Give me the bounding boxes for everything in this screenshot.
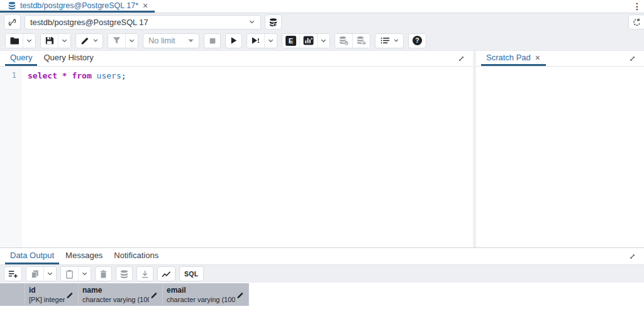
column-type: [PK] integer: [29, 295, 65, 304]
tab-scratch-pad-label: Scratch Pad: [486, 53, 531, 62]
scratch-pad-panel: Scratch Pad ×: [476, 51, 644, 247]
tab-query[interactable]: Query: [5, 51, 37, 66]
grid-empty-area: [0, 306, 644, 335]
expand-query-panel-button[interactable]: [454, 51, 468, 66]
explain-menu-button[interactable]: [317, 34, 330, 48]
copy-menu-button[interactable]: [43, 267, 56, 281]
query-toolbar: No limit E: [0, 31, 644, 51]
sql-editor[interactable]: 1 select * from users;: [0, 67, 473, 247]
edit-menu-button[interactable]: [75, 33, 103, 48]
tab-notifications[interactable]: Notifications: [109, 248, 164, 264]
save-button[interactable]: [41, 34, 58, 48]
code-token: [92, 71, 97, 80]
copy-group: [26, 266, 57, 281]
help-icon: ?: [412, 35, 423, 46]
explain-group: E: [282, 33, 330, 48]
show-sql-button[interactable]: SQL: [179, 266, 204, 281]
expand-icon: [628, 252, 636, 261]
rollback-database-icon: [356, 36, 367, 46]
connection-status-button[interactable]: [4, 14, 21, 30]
code-token: users: [97, 71, 121, 80]
execute-query-button[interactable]: [247, 34, 264, 48]
chevron-down-icon: [81, 271, 88, 276]
tab-messages-label: Messages: [65, 251, 103, 260]
results-grid-header: id [PK] integer name character varying (…: [0, 283, 644, 306]
column-header[interactable]: email character varying (100): [163, 283, 249, 306]
rollback-button[interactable]: [352, 34, 370, 48]
explain-badge: E: [286, 36, 296, 46]
results-panel: Data Output Messages Notifications: [0, 247, 644, 335]
column-header-text: name character varying (100): [82, 286, 149, 304]
connection-dropdown[interactable]: testdb/postgres@PostgreSQL 17: [25, 15, 261, 30]
tab-notifications-label: Notifications: [114, 251, 158, 260]
column-header[interactable]: name character varying (100): [79, 283, 163, 306]
expand-scratch-pad-button[interactable]: [625, 51, 639, 66]
execute-options-menu-button[interactable]: [264, 34, 277, 48]
explain-analyze-button[interactable]: [299, 34, 317, 48]
scratch-pad-body[interactable]: [476, 67, 644, 247]
paste-button[interactable]: [61, 267, 78, 281]
play-icon: [229, 36, 238, 45]
save-data-button[interactable]: [116, 266, 133, 281]
row-limit-select[interactable]: No limit: [143, 33, 199, 48]
line-number: 1: [0, 71, 16, 80]
edit-column-pencil-icon[interactable]: [66, 291, 74, 299]
output-tabs: Data Output Messages Notifications: [0, 248, 644, 265]
refresh-button[interactable]: [628, 14, 644, 30]
execute-script-button[interactable]: [225, 33, 242, 48]
new-connection-database-icon: [269, 18, 278, 27]
code-token: from: [72, 71, 91, 80]
tab-title: testdb/postgres@PostgreSQL 17*: [20, 1, 138, 10]
expand-output-panel-button[interactable]: [625, 248, 639, 264]
copy-button[interactable]: [26, 267, 43, 281]
column-header[interactable]: id [PK] integer: [25, 283, 79, 306]
new-connection-button[interactable]: [265, 14, 282, 30]
folder-icon: [9, 36, 19, 46]
chevron-down-icon: [92, 38, 99, 43]
open-file-button[interactable]: [6, 34, 23, 48]
chevron-down-icon: [47, 271, 53, 276]
copy-icon: [30, 269, 40, 279]
macros-menu-button[interactable]: [375, 33, 404, 48]
stop-button[interactable]: [204, 33, 221, 48]
open-file-menu-button[interactable]: [23, 34, 35, 48]
tab-scratch-pad[interactable]: Scratch Pad ×: [481, 51, 546, 66]
column-header-text: id [PK] integer: [29, 286, 65, 304]
save-menu-button[interactable]: [58, 34, 70, 48]
analyze-chart-badge: [303, 36, 314, 45]
edit-column-pencil-icon[interactable]: [150, 291, 158, 299]
connection-status-icon: [8, 18, 17, 27]
close-icon[interactable]: ×: [142, 1, 148, 10]
filter-button[interactable]: [108, 34, 125, 48]
chevron-down-icon: [267, 38, 274, 43]
download-results-button[interactable]: [136, 266, 153, 281]
trash-icon: [99, 269, 108, 279]
explain-button[interactable]: E: [282, 34, 299, 48]
kebab-menu-icon[interactable]: ⋮: [630, 0, 644, 13]
tabs-spacer: [165, 248, 624, 264]
help-button[interactable]: ?: [408, 33, 426, 48]
tab-query-history[interactable]: Query History: [38, 51, 98, 66]
filter-group: [108, 33, 138, 48]
tabs-spacer: [547, 51, 624, 66]
chevron-down-icon: [248, 19, 255, 24]
code-line: select * from users;: [28, 70, 473, 81]
tab-messages[interactable]: Messages: [60, 248, 108, 264]
filter-menu-button[interactable]: [125, 34, 138, 48]
query-tool-tab[interactable]: testdb/postgres@PostgreSQL 17* ×: [0, 0, 155, 13]
code-area[interactable]: select * from users;: [22, 67, 473, 247]
delete-row-button[interactable]: [95, 266, 112, 281]
grid-corner-cell[interactable]: [0, 283, 25, 306]
commit-button[interactable]: [335, 34, 352, 48]
connection-bar: testdb/postgres@PostgreSQL 17: [0, 13, 644, 31]
line-number-gutter: 1: [0, 67, 22, 247]
column-name: name: [82, 286, 149, 295]
edit-column-pencil-icon[interactable]: [236, 291, 245, 299]
tab-data-output[interactable]: Data Output: [5, 248, 59, 264]
paste-menu-button[interactable]: [78, 267, 91, 281]
graph-visualizer-button[interactable]: [157, 266, 175, 281]
stop-icon: [208, 36, 217, 45]
connection-dropdown-value: testdb/postgres@PostgreSQL 17: [30, 18, 248, 27]
close-icon[interactable]: ×: [535, 53, 541, 62]
add-row-button[interactable]: [4, 266, 22, 281]
